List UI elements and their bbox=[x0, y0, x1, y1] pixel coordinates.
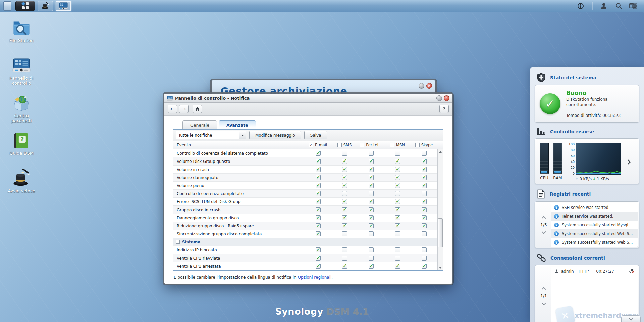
skype-checkbox-cell[interactable] bbox=[411, 254, 437, 262]
phone-checkbox-cell[interactable] bbox=[358, 157, 384, 165]
email-checkbox-cell[interactable] bbox=[305, 157, 331, 165]
sms-checkbox-cell[interactable] bbox=[331, 198, 358, 205]
notification-filter-select[interactable]: Tutte le notifiche bbox=[176, 131, 246, 139]
tab-generale[interactable]: Generale bbox=[182, 120, 217, 129]
column-checkbox[interactable] bbox=[415, 143, 420, 147]
page-up-chevron[interactable] bbox=[542, 287, 546, 291]
msn-checkbox-cell[interactable] bbox=[384, 222, 411, 230]
save-button[interactable]: Salva bbox=[304, 131, 327, 139]
email-checkbox-cell[interactable] bbox=[305, 166, 331, 173]
edit-message-button[interactable]: Modifica messaggio bbox=[249, 131, 301, 139]
info-icon[interactable] bbox=[575, 1, 586, 11]
email-checkbox-cell[interactable] bbox=[305, 254, 331, 262]
search-icon[interactable] bbox=[613, 1, 624, 11]
msn-checkbox-cell[interactable] bbox=[384, 166, 411, 173]
scroll-up-button[interactable] bbox=[438, 149, 443, 154]
column-checkbox[interactable] bbox=[390, 143, 394, 147]
sms-checkbox-cell[interactable] bbox=[331, 149, 358, 157]
taskbar-app-control-panel[interactable] bbox=[56, 1, 71, 11]
event-row[interactable]: Volume in crash bbox=[173, 166, 437, 174]
channel-column-header[interactable]: MSN bbox=[384, 141, 411, 149]
sms-checkbox-cell[interactable] bbox=[331, 157, 358, 165]
page-down-chevron[interactable] bbox=[542, 230, 546, 234]
event-row[interactable]: Gruppo disco in crash bbox=[173, 206, 437, 214]
tab-avanzate[interactable]: Avanzate bbox=[219, 120, 256, 129]
user-icon[interactable] bbox=[598, 1, 609, 11]
skype-checkbox-cell[interactable] bbox=[411, 262, 437, 270]
skype-checkbox-cell[interactable] bbox=[411, 198, 437, 205]
skype-checkbox-cell[interactable] bbox=[411, 206, 437, 214]
dialog-titlebar[interactable]: Pannello di controllo - Notifica bbox=[164, 94, 452, 103]
forward-button[interactable] bbox=[179, 105, 189, 113]
column-checkbox[interactable] bbox=[360, 143, 364, 147]
email-checkbox-cell[interactable] bbox=[305, 230, 331, 238]
email-checkbox-cell[interactable] bbox=[305, 190, 331, 197]
scroll-down-button[interactable] bbox=[438, 265, 443, 270]
channel-column-header[interactable]: SMS bbox=[331, 141, 358, 149]
minimize-button[interactable] bbox=[419, 83, 424, 89]
event-row[interactable]: Sincronizzazione gruppo disco completata bbox=[173, 230, 437, 238]
phone-checkbox-cell[interactable] bbox=[358, 206, 384, 214]
page-up-chevron[interactable] bbox=[542, 216, 546, 220]
notification-dialog[interactable]: Pannello di controllo - Notifica ? Gener… bbox=[164, 94, 452, 284]
phone-checkbox-cell[interactable] bbox=[358, 182, 384, 189]
channel-column-header[interactable]: Per tel... bbox=[358, 141, 384, 149]
dropdown-button[interactable] bbox=[239, 131, 246, 139]
taskbar-app-quick-start[interactable] bbox=[38, 1, 53, 11]
channel-column-header[interactable]: Skype bbox=[411, 141, 437, 149]
home-button[interactable] bbox=[193, 105, 202, 113]
event-row[interactable]: Controllo di coerenza del sistema comple… bbox=[173, 149, 437, 157]
sms-checkbox-cell[interactable] bbox=[331, 182, 358, 189]
column-checkbox[interactable] bbox=[337, 143, 342, 147]
desktop-icon-file-station[interactable]: File Station bbox=[5, 18, 38, 56]
event-row[interactable]: Volume Disk Group guasto bbox=[173, 157, 437, 166]
show-desktop-button[interactable] bbox=[3, 1, 11, 11]
email-checkbox-cell[interactable] bbox=[305, 214, 331, 222]
msn-checkbox-cell[interactable] bbox=[384, 190, 411, 197]
sms-checkbox-cell[interactable] bbox=[331, 254, 358, 262]
email-checkbox-cell[interactable] bbox=[305, 262, 331, 270]
event-group-row[interactable]: Sistema bbox=[173, 238, 437, 246]
msn-checkbox-cell[interactable] bbox=[384, 174, 411, 181]
msn-checkbox-cell[interactable] bbox=[384, 254, 411, 262]
email-checkbox-cell[interactable] bbox=[305, 206, 331, 214]
back-button[interactable] bbox=[168, 105, 177, 113]
panel-collapse-tab[interactable] bbox=[621, 315, 641, 322]
event-column-header[interactable]: Evento bbox=[173, 141, 305, 149]
desktop-icon-quick-start[interactable]: Avvio veloce bbox=[5, 169, 38, 206]
regional-options-link[interactable]: Opzioni regionali bbox=[298, 275, 332, 280]
sms-checkbox-cell[interactable] bbox=[331, 214, 358, 222]
skype-checkbox-cell[interactable] bbox=[411, 214, 437, 222]
skype-checkbox-cell[interactable] bbox=[411, 149, 437, 157]
phone-checkbox-cell[interactable] bbox=[358, 262, 384, 270]
email-checkbox-cell[interactable] bbox=[305, 174, 331, 181]
msn-checkbox-cell[interactable] bbox=[384, 157, 411, 165]
msn-checkbox-cell[interactable] bbox=[384, 206, 411, 214]
scrollbar-thumb[interactable] bbox=[438, 218, 443, 247]
event-row[interactable]: Danneggiamento gruppo disco bbox=[173, 214, 437, 222]
skype-checkbox-cell[interactable] bbox=[411, 174, 437, 181]
skype-checkbox-cell[interactable] bbox=[411, 157, 437, 165]
desktop-icon-package-center[interactable]: Centro pacchetti bbox=[5, 93, 38, 131]
sms-checkbox-cell[interactable] bbox=[331, 174, 358, 181]
sms-checkbox-cell[interactable] bbox=[331, 190, 358, 197]
skype-checkbox-cell[interactable] bbox=[411, 222, 437, 230]
skype-checkbox-cell[interactable] bbox=[411, 230, 437, 238]
msn-checkbox-cell[interactable] bbox=[384, 149, 411, 157]
event-row[interactable]: Ventola CPU riavviata bbox=[173, 254, 437, 262]
phone-checkbox-cell[interactable] bbox=[358, 254, 384, 262]
msn-checkbox-cell[interactable] bbox=[384, 230, 411, 238]
phone-checkbox-cell[interactable] bbox=[358, 198, 384, 205]
msn-checkbox-cell[interactable] bbox=[384, 262, 411, 270]
widgets-toggle-icon[interactable] bbox=[628, 1, 639, 11]
event-row[interactable]: Controllo di coerenza completato bbox=[173, 190, 437, 198]
email-checkbox-cell[interactable] bbox=[305, 182, 331, 189]
event-row[interactable]: Errore iSCSI LUN del Disk Group bbox=[173, 198, 437, 206]
desktop-icon-control-panel[interactable]: Pannello di controllo bbox=[5, 56, 38, 93]
phone-checkbox-cell[interactable] bbox=[358, 222, 384, 230]
phone-checkbox-cell[interactable] bbox=[358, 230, 384, 238]
email-checkbox-cell[interactable] bbox=[305, 246, 331, 254]
phone-checkbox-cell[interactable] bbox=[358, 246, 384, 254]
close-button[interactable] bbox=[444, 95, 449, 101]
event-row[interactable]: Riduzione gruppo disco - Raid5+spare bbox=[173, 222, 437, 230]
